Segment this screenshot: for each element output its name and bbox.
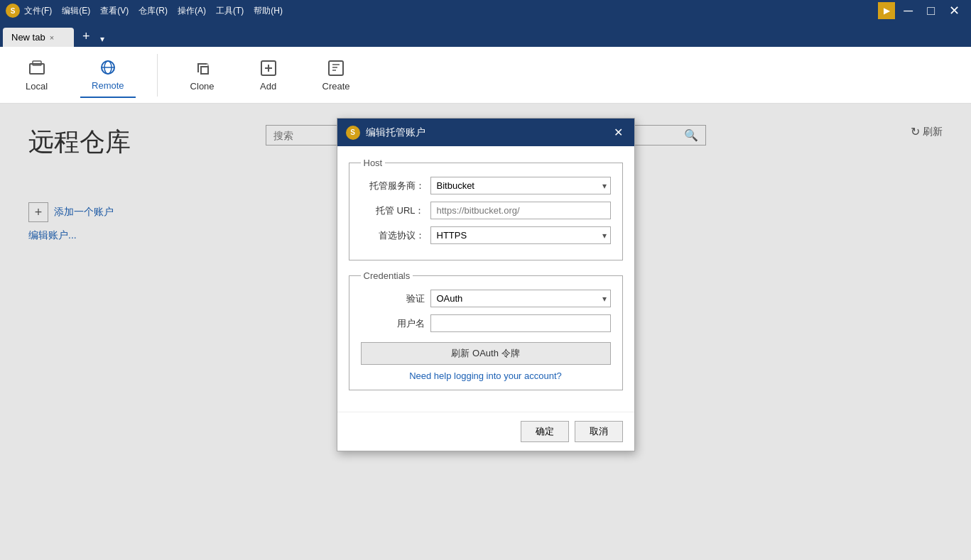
add-icon <box>259 58 278 78</box>
create-icon <box>326 58 346 78</box>
auth-select[interactable]: OAuth Basic <box>430 290 611 307</box>
url-input[interactable] <box>430 202 611 219</box>
host-select-wrapper: Bitbucket GitHub GitLab ▾ <box>430 177 611 194</box>
local-icon <box>27 58 47 78</box>
host-row: 托管服务商： Bitbucket GitHub GitLab ▾ <box>361 177 611 194</box>
toolbar-add[interactable]: Add <box>247 53 290 97</box>
auth-label: 验证 <box>361 292 425 305</box>
protocol-label: 首选协议： <box>361 229 425 242</box>
tab-dropdown-button[interactable]: ▾ <box>96 31 109 47</box>
url-row: 托管 URL： <box>361 202 611 219</box>
dialog-logo: S <box>346 126 360 140</box>
toolbar-divider <box>157 54 158 97</box>
tabbar: New tab × + ▾ <box>0 21 971 47</box>
toolbar: Local Remote Clone Add Cre <box>0 47 971 104</box>
menu-edit[interactable]: 编辑(E) <box>62 5 90 17</box>
minimize-button[interactable]: ─ <box>898 2 918 20</box>
username-input[interactable] <box>430 314 611 332</box>
svg-rect-5 <box>201 67 208 74</box>
maximize-button[interactable]: □ <box>921 2 940 20</box>
dialog-close-button[interactable]: ✕ <box>611 124 626 141</box>
tab-close-button[interactable]: × <box>50 33 54 42</box>
toolbar-clone-label: Clone <box>190 81 215 92</box>
new-tab-button[interactable]: + <box>77 26 96 47</box>
protocol-select[interactable]: HTTPS SSH <box>430 226 611 244</box>
titlebar-left: S 文件(F) 编辑(E) 查看(V) 仓库(R) 操作(A) 工具(T) 帮助… <box>6 4 283 18</box>
svg-rect-9 <box>329 61 343 75</box>
dialog-header-left: S 编辑托管账户 <box>346 126 425 140</box>
dialog-footer: 确定 取消 <box>337 412 634 451</box>
tab-label: New tab <box>11 32 45 43</box>
username-row: 用户名 <box>361 314 611 332</box>
auth-select-wrapper: OAuth Basic ▾ <box>430 290 611 307</box>
menu-repo[interactable]: 仓库(R) <box>139 5 168 17</box>
titlebar-menu: 文件(F) 编辑(E) 查看(V) 仓库(R) 操作(A) 工具(T) 帮助(H… <box>24 5 283 17</box>
titlebar: S 文件(F) 编辑(E) 查看(V) 仓库(R) 操作(A) 工具(T) 帮助… <box>0 0 971 21</box>
toolbar-add-label: Add <box>260 81 276 92</box>
host-select[interactable]: Bitbucket GitHub GitLab <box>430 177 611 194</box>
menu-file[interactable]: 文件(F) <box>24 5 52 17</box>
host-fieldset: Host 托管服务商： Bitbucket GitHub GitLab ▾ <box>349 158 623 260</box>
auth-row: 验证 OAuth Basic ▾ <box>361 290 611 307</box>
menu-help[interactable]: 帮助(H) <box>254 5 283 17</box>
refresh-token-button[interactable]: 刷新 OAuth 令牌 <box>361 342 611 365</box>
app-logo: S <box>6 4 20 18</box>
confirm-button[interactable]: 确定 <box>521 421 569 442</box>
host-legend: Host <box>361 158 386 168</box>
toolbar-local-label: Local <box>26 81 48 92</box>
toolbar-remote[interactable]: Remote <box>80 52 136 98</box>
url-input-wrapper <box>430 202 611 219</box>
clone-icon <box>192 58 212 78</box>
username-label: 用户名 <box>361 317 425 330</box>
toolbar-remote-label: Remote <box>92 80 124 91</box>
protocol-row: 首选协议： HTTPS SSH ▾ <box>361 226 611 244</box>
dialog-overlay: S 编辑托管账户 ✕ Host 托管服务商： Bitbucket GitHub <box>0 104 971 560</box>
cancel-button[interactable]: 取消 <box>575 421 623 442</box>
new-tab[interactable]: New tab × <box>3 28 74 47</box>
username-input-wrapper <box>430 314 611 332</box>
close-window-button[interactable]: ✕ <box>943 1 965 20</box>
host-label: 托管服务商： <box>361 180 425 192</box>
flag-icon: ▶ <box>878 2 895 19</box>
url-label: 托管 URL： <box>361 204 425 217</box>
titlebar-right: ▶ ─ □ ✕ <box>878 1 965 20</box>
toolbar-create[interactable]: Create <box>311 53 362 97</box>
main-content: 远程仓库 🔍 ↻ 刷新 + 添加一个账户 编辑账户... S 编辑托管账户 ✕ <box>0 104 971 560</box>
toolbar-local[interactable]: Local <box>14 53 59 97</box>
help-link[interactable]: Need help logging into your account? <box>361 370 611 381</box>
credentials-fieldset: Credentials 验证 OAuth Basic ▾ 用户名 <box>349 270 623 390</box>
edit-account-dialog: S 编辑托管账户 ✕ Host 托管服务商： Bitbucket GitHub <box>337 118 635 451</box>
menu-tools[interactable]: 工具(T) <box>216 5 244 17</box>
menu-action[interactable]: 操作(A) <box>178 5 206 17</box>
dialog-body: Host 托管服务商： Bitbucket GitHub GitLab ▾ <box>337 146 634 412</box>
protocol-select-wrapper: HTTPS SSH ▾ <box>430 226 611 244</box>
credentials-legend: Credentials <box>361 270 413 281</box>
remote-icon <box>98 57 118 77</box>
dialog-title: 编辑托管账户 <box>366 126 425 139</box>
toolbar-clone[interactable]: Clone <box>179 53 226 97</box>
toolbar-create-label: Create <box>322 81 350 92</box>
dialog-header: S 编辑托管账户 ✕ <box>337 119 634 146</box>
menu-view[interactable]: 查看(V) <box>100 5 129 17</box>
